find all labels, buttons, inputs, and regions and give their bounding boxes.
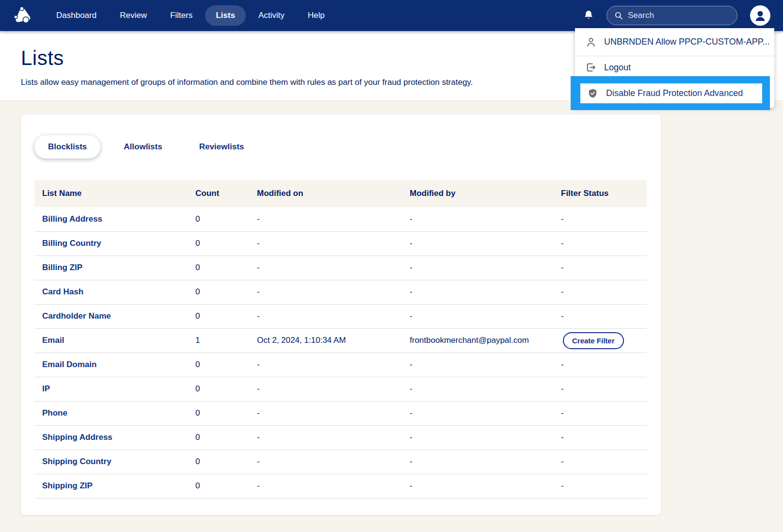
filter-status-cell: -	[561, 401, 647, 425]
filter-status-value: -	[561, 239, 564, 248]
list-name-link[interactable]: Cardholder Name	[42, 311, 111, 321]
nav-item-activity[interactable]: Activity	[248, 5, 295, 26]
blocklists-table: List Name Count Modified on Modified by …	[34, 180, 647, 499]
count-cell: 0	[195, 304, 257, 328]
filter-status-value: -	[561, 384, 564, 393]
filter-status-cell: -	[561, 425, 647, 450]
app-logo-icon[interactable]	[13, 6, 32, 25]
nav-right-group	[582, 5, 770, 26]
list-name-link[interactable]: Billing Country	[42, 239, 101, 248]
count-cell: 0	[195, 474, 257, 498]
menu-item-logout[interactable]: Logout	[575, 56, 774, 79]
filter-status-value: -	[561, 214, 564, 224]
account-label: UNBRNDEN Allow PPCP-CUSTOM-APP...	[604, 37, 769, 47]
modified-on-cell: -	[257, 231, 410, 256]
col-modified-on: Modified on	[257, 180, 410, 207]
table-row: Phone 0 - - -	[34, 401, 647, 425]
modified-on-cell: -	[257, 450, 410, 474]
list-name-link[interactable]: Billing ZIP	[42, 263, 82, 272]
list-name-link[interactable]: Card Hash	[42, 287, 83, 296]
menu-item-account[interactable]: UNBRNDEN Allow PPCP-CUSTOM-APP...	[575, 28, 774, 56]
nav-item-filters[interactable]: Filters	[160, 5, 203, 26]
table-row: Card Hash 0 - - -	[34, 280, 647, 304]
table-row: Billing Country 0 - - -	[34, 231, 647, 256]
modified-by-cell: -	[410, 401, 561, 425]
table-row: Email Domain 0 - - -	[34, 353, 647, 377]
filter-status-value: -	[561, 360, 564, 369]
modified-by-cell: -	[410, 256, 561, 280]
list-name-link[interactable]: Email	[42, 336, 64, 345]
tab-reviewlists[interactable]: Reviewlists	[186, 135, 258, 159]
count-cell: 0	[195, 377, 257, 401]
col-list-name: List Name	[34, 180, 195, 207]
list-name-link[interactable]: Shipping Country	[42, 457, 112, 466]
list-name-link[interactable]: Shipping Address	[42, 433, 112, 442]
menu-item-disable-fraud-protection[interactable]: Disable Fraud Protection Advanced	[580, 83, 762, 103]
filter-status-value: -	[561, 433, 564, 442]
tab-allowlists[interactable]: Allowlists	[110, 135, 176, 159]
modified-by-cell: -	[410, 425, 561, 450]
filter-status-value: -	[561, 311, 564, 321]
filter-status-cell: -	[561, 377, 647, 401]
table-row: Shipping Address 0 - - -	[34, 425, 647, 450]
list-name-link[interactable]: Phone	[42, 408, 67, 418]
user-avatar[interactable]	[750, 5, 770, 26]
filter-status-cell: -	[561, 256, 647, 280]
table-row: Shipping ZIP 0 - - -	[34, 474, 647, 498]
modified-on-cell: -	[257, 304, 410, 328]
filter-status-cell: -	[561, 353, 647, 377]
modified-on-cell: -	[257, 353, 410, 377]
shield-check-icon	[587, 88, 598, 99]
modified-on-cell: -	[257, 280, 410, 304]
nav-item-review[interactable]: Review	[109, 5, 158, 26]
count-cell: 0	[195, 401, 257, 425]
filter-status-cell: -	[561, 450, 647, 474]
filter-status-cell: -	[561, 280, 647, 304]
filter-status-cell: -	[561, 304, 647, 328]
primary-nav: Dashboard Review Filters Lists Activity …	[46, 5, 337, 26]
list-type-tabs: Blocklists Allowlists Reviewlists	[34, 135, 647, 159]
count-cell: 0	[195, 207, 257, 231]
highlight-annotation-box: Disable Fraud Protection Advanced	[571, 76, 770, 110]
nav-item-lists[interactable]: Lists	[205, 5, 246, 26]
table-row: Billing ZIP 0 - - -	[34, 256, 647, 280]
modified-by-cell: frontbookmerchant@paypal.com	[410, 328, 561, 353]
table-row: Cardholder Name 0 - - -	[34, 304, 647, 328]
modified-by-cell: -	[410, 377, 561, 401]
filter-status-cell: -	[561, 207, 647, 231]
search-input[interactable]	[628, 11, 735, 20]
logout-label: Logout	[604, 63, 631, 73]
table-row: IP 0 - - -	[34, 377, 647, 401]
modified-by-cell: -	[410, 231, 561, 256]
filter-status-value: -	[561, 457, 564, 466]
create-filter-button[interactable]: Create Filter	[563, 332, 624, 349]
modified-by-cell: -	[410, 450, 561, 474]
bell-icon[interactable]	[582, 9, 595, 22]
table-row: Email 1 Oct 2, 2024, 1:10:34 AM frontboo…	[34, 328, 647, 353]
filter-status-value: -	[561, 263, 564, 272]
list-name-link[interactable]: Email Domain	[42, 360, 96, 369]
count-cell: 0	[195, 256, 257, 280]
modified-by-cell: -	[410, 474, 561, 498]
modified-by-cell: -	[410, 304, 561, 328]
filter-status-cell: -	[561, 474, 647, 498]
account-dropdown-menu: UNBRNDEN Allow PPCP-CUSTOM-APP... Logout…	[575, 28, 774, 108]
table-header: List Name Count Modified on Modified by …	[34, 180, 647, 207]
list-name-link[interactable]: Shipping ZIP	[42, 481, 93, 490]
modified-on-cell: -	[257, 401, 410, 425]
lists-card: Blocklists Allowlists Reviewlists List N…	[21, 114, 661, 515]
tab-blocklists[interactable]: Blocklists	[34, 135, 100, 159]
filter-status-value: -	[561, 287, 564, 296]
filter-status-cell: Create Filter	[561, 328, 647, 353]
modified-by-cell: -	[410, 207, 561, 231]
count-cell: 0	[195, 353, 257, 377]
filter-status-cell: -	[561, 231, 647, 256]
disable-fraud-protection-label: Disable Fraud Protection Advanced	[606, 88, 743, 98]
nav-item-dashboard[interactable]: Dashboard	[46, 5, 107, 26]
modified-by-cell: -	[410, 353, 561, 377]
filter-status-value: -	[561, 481, 564, 490]
nav-item-help[interactable]: Help	[297, 5, 336, 26]
list-name-link[interactable]: IP	[42, 384, 50, 393]
list-name-link[interactable]: Billing Address	[42, 214, 102, 224]
top-nav: Dashboard Review Filters Lists Activity …	[0, 0, 783, 31]
